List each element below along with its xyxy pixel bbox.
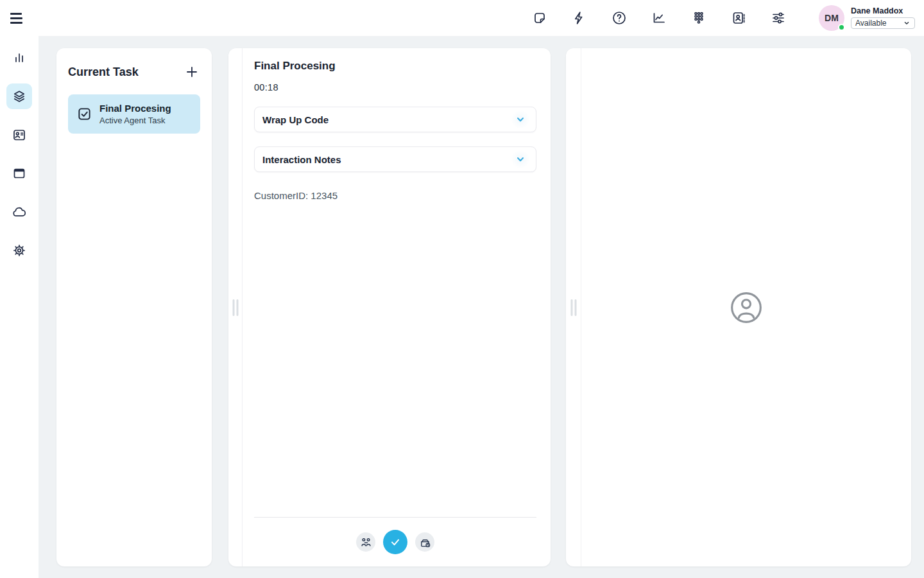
- panel-splitter-right: [566, 48, 581, 566]
- topbar: DM Dane Maddox Available: [0, 0, 924, 36]
- window-icon: [12, 166, 27, 181]
- sidebar-item-cloud[interactable]: [6, 199, 32, 225]
- plus-icon: [185, 65, 199, 79]
- wrap-up-code-label: Wrap Up Code: [262, 114, 329, 125]
- park-box-icon: [420, 537, 431, 548]
- note-icon: [532, 10, 547, 26]
- user-circle-icon: [729, 290, 764, 325]
- quick-actions-button[interactable]: [571, 10, 588, 26]
- panel-resize-handle[interactable]: [231, 297, 239, 319]
- customer-id-field: CustomerID: 12345: [254, 190, 536, 201]
- avatar-initials: DM: [825, 13, 839, 23]
- preferences-button[interactable]: [770, 10, 787, 26]
- sidebar-item-tasks[interactable]: [6, 83, 32, 109]
- interaction-notes-dropdown[interactable]: Interaction Notes: [254, 146, 536, 172]
- user-cluster: DM Dane Maddox Available: [819, 5, 915, 31]
- contact-card-icon: [12, 127, 27, 143]
- task-list-item[interactable]: Final Procesing Active Agent Task: [68, 94, 200, 134]
- chevron-down-icon[interactable]: [511, 110, 529, 128]
- layers-icon: [12, 89, 27, 104]
- add-task-button[interactable]: [184, 64, 200, 80]
- sidebar-item-apps[interactable]: [6, 161, 32, 186]
- chevron-down-icon[interactable]: [511, 150, 529, 168]
- content-area: Current Task Final Procesing Active Agen…: [38, 36, 924, 578]
- sidebar-item-activity[interactable]: [6, 45, 32, 71]
- contacts-button[interactable]: [730, 10, 747, 26]
- panel-resize-handle[interactable]: [569, 297, 578, 319]
- status-dot: [838, 24, 845, 31]
- complete-task-button[interactable]: [383, 530, 407, 554]
- dialpad-icon: [691, 10, 706, 26]
- park-task-button[interactable]: [415, 532, 434, 552]
- current-task-panel: Current Task Final Procesing Active Agen…: [56, 48, 212, 566]
- hamburger-icon: [10, 13, 22, 15]
- task-item-title: Final Procesing: [99, 103, 171, 114]
- wrap-up-code-dropdown[interactable]: Wrap Up Code: [254, 107, 536, 132]
- status-value: Available: [855, 19, 886, 28]
- preferences-icon: [771, 10, 786, 26]
- cloud-icon: [12, 204, 27, 220]
- hamburger-menu-button[interactable]: [10, 7, 32, 29]
- performance-button[interactable]: [651, 10, 667, 26]
- task-detail-panel: Final Procesing 00:18 Wrap Up Code Inter…: [228, 48, 551, 566]
- sidebar-item-contacts[interactable]: [6, 122, 32, 148]
- task-timer: 00:18: [254, 82, 536, 92]
- quick-actions-icon: [572, 10, 587, 26]
- task-item-subtitle: Active Agent Task: [99, 116, 171, 125]
- app-body: Current Task Final Procesing Active Agen…: [0, 36, 924, 578]
- help-icon: [612, 10, 627, 26]
- panel-splitter-left: [228, 48, 243, 566]
- user-name: Dane Maddox: [851, 6, 915, 15]
- chevron-down-icon: [903, 19, 911, 27]
- detail-panel-title: Final Procesing: [254, 60, 536, 73]
- topbar-actions: DM Dane Maddox Available: [531, 5, 915, 31]
- note-button[interactable]: [531, 10, 548, 26]
- transfer-button[interactable]: [356, 532, 375, 552]
- avatar[interactable]: DM: [819, 5, 844, 31]
- gear-icon: [12, 243, 27, 258]
- dialpad-button[interactable]: [690, 10, 707, 26]
- help-button[interactable]: [611, 10, 628, 26]
- contacts-icon: [731, 10, 746, 26]
- interaction-notes-label: Interaction Notes: [262, 154, 341, 165]
- status-dropdown[interactable]: Available: [851, 17, 915, 29]
- sidebar-item-settings[interactable]: [6, 238, 32, 263]
- customer-context-panel: [566, 48, 911, 566]
- performance-icon: [651, 10, 667, 26]
- checkbox-checked-icon: [77, 107, 92, 121]
- left-rail: [0, 36, 38, 578]
- transfer-people-icon: [361, 537, 372, 548]
- task-actions-footer: [254, 517, 536, 566]
- bar-chart-icon: [12, 50, 27, 66]
- check-icon: [389, 536, 402, 548]
- tasks-panel-title: Current Task: [68, 66, 139, 79]
